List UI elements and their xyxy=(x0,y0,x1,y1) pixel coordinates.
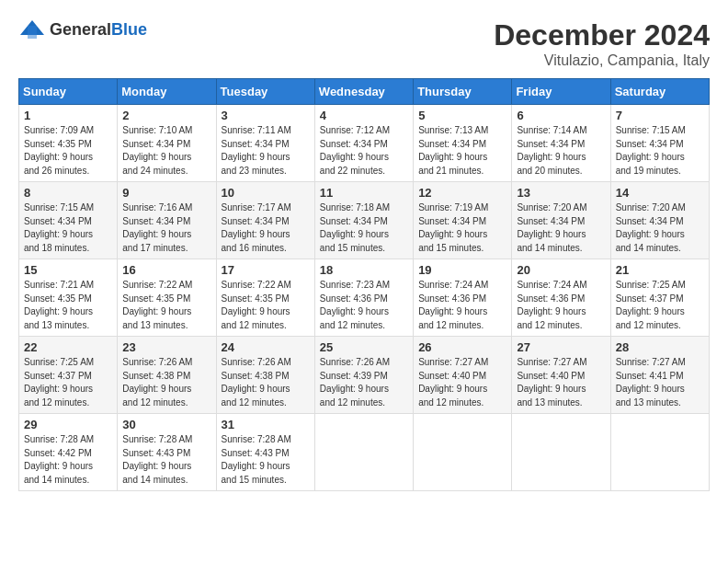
table-row: 15Sunrise: 7:21 AMSunset: 4:35 PMDayligh… xyxy=(19,259,118,337)
day-info: Sunrise: 7:11 AMSunset: 4:34 PMDaylight:… xyxy=(222,124,310,178)
table-row: 25Sunrise: 7:26 AMSunset: 4:39 PMDayligh… xyxy=(314,337,413,414)
month-title: December 2024 xyxy=(494,18,710,52)
day-number: 27 xyxy=(517,340,605,354)
table-row: 16Sunrise: 7:22 AMSunset: 4:35 PMDayligh… xyxy=(118,259,216,337)
day-number: 12 xyxy=(418,186,506,200)
day-number: 18 xyxy=(320,263,408,277)
day-info: Sunrise: 7:18 AMSunset: 4:34 PMDaylight:… xyxy=(320,201,408,255)
day-info: Sunrise: 7:26 AMSunset: 4:38 PMDaylight:… xyxy=(222,356,310,409)
day-number: 29 xyxy=(24,418,112,431)
table-row: 17Sunrise: 7:22 AMSunset: 4:35 PMDayligh… xyxy=(216,259,314,337)
table-row: 9Sunrise: 7:16 AMSunset: 4:34 PMDaylight… xyxy=(118,182,216,259)
day-info: Sunrise: 7:15 AMSunset: 4:34 PMDaylight:… xyxy=(616,124,704,178)
calendar-week-row: 22Sunrise: 7:25 AMSunset: 4:37 PMDayligh… xyxy=(19,337,710,414)
day-info: Sunrise: 7:12 AMSunset: 4:34 PMDaylight:… xyxy=(320,124,408,178)
table-row: 22Sunrise: 7:25 AMSunset: 4:37 PMDayligh… xyxy=(19,337,118,414)
calendar-table: Sunday Monday Tuesday Wednesday Thursday… xyxy=(18,78,710,491)
table-row: 8Sunrise: 7:15 AMSunset: 4:34 PMDaylight… xyxy=(19,182,118,259)
day-number: 8 xyxy=(24,186,112,200)
table-row: 30Sunrise: 7:28 AMSunset: 4:43 PMDayligh… xyxy=(118,414,216,491)
table-row xyxy=(512,414,610,491)
day-info: Sunrise: 7:23 AMSunset: 4:36 PMDaylight:… xyxy=(320,279,408,332)
calendar-header-row: Sunday Monday Tuesday Wednesday Thursday… xyxy=(19,79,710,105)
day-info: Sunrise: 7:13 AMSunset: 4:34 PMDaylight:… xyxy=(418,124,506,178)
logo-icon xyxy=(18,18,46,40)
day-number: 30 xyxy=(122,418,210,431)
day-number: 9 xyxy=(122,186,210,200)
header-monday: Monday xyxy=(118,79,216,105)
day-number: 10 xyxy=(222,186,310,200)
day-info: Sunrise: 7:28 AMSunset: 4:43 PMDaylight:… xyxy=(222,433,310,487)
table-row: 1Sunrise: 7:09 AMSunset: 4:35 PMDaylight… xyxy=(19,105,118,182)
table-row: 6Sunrise: 7:14 AMSunset: 4:34 PMDaylight… xyxy=(512,105,610,182)
day-info: Sunrise: 7:09 AMSunset: 4:35 PMDaylight:… xyxy=(24,124,112,178)
day-info: Sunrise: 7:21 AMSunset: 4:35 PMDaylight:… xyxy=(24,279,112,332)
table-row: 2Sunrise: 7:10 AMSunset: 4:34 PMDaylight… xyxy=(118,105,216,182)
logo-text: GeneralBlue xyxy=(50,20,147,40)
table-row: 29Sunrise: 7:28 AMSunset: 4:42 PMDayligh… xyxy=(19,414,118,491)
day-number: 25 xyxy=(320,340,408,354)
title-block: December 2024 Vitulazio, Campania, Italy xyxy=(494,18,710,69)
day-info: Sunrise: 7:14 AMSunset: 4:34 PMDaylight:… xyxy=(517,124,605,178)
day-number: 23 xyxy=(122,340,210,354)
day-number: 16 xyxy=(122,263,210,277)
table-row: 5Sunrise: 7:13 AMSunset: 4:34 PMDaylight… xyxy=(414,105,512,182)
day-info: Sunrise: 7:27 AMSunset: 4:41 PMDaylight:… xyxy=(616,356,704,409)
day-info: Sunrise: 7:25 AMSunset: 4:37 PMDaylight:… xyxy=(24,356,112,409)
day-info: Sunrise: 7:20 AMSunset: 4:34 PMDaylight:… xyxy=(616,201,704,255)
logo-blue: Blue xyxy=(111,20,147,39)
table-row: 13Sunrise: 7:20 AMSunset: 4:34 PMDayligh… xyxy=(512,182,610,259)
day-info: Sunrise: 7:24 AMSunset: 4:36 PMDaylight:… xyxy=(418,279,506,332)
table-row: 12Sunrise: 7:19 AMSunset: 4:34 PMDayligh… xyxy=(414,182,512,259)
table-row xyxy=(610,414,709,491)
day-number: 31 xyxy=(222,418,310,431)
header-saturday: Saturday xyxy=(610,79,709,105)
table-row: 31Sunrise: 7:28 AMSunset: 4:43 PMDayligh… xyxy=(216,414,314,491)
table-row: 20Sunrise: 7:24 AMSunset: 4:36 PMDayligh… xyxy=(512,259,610,337)
table-row: 23Sunrise: 7:26 AMSunset: 4:38 PMDayligh… xyxy=(118,337,216,414)
header-tuesday: Tuesday xyxy=(216,79,314,105)
day-number: 28 xyxy=(616,340,704,354)
day-info: Sunrise: 7:10 AMSunset: 4:34 PMDaylight:… xyxy=(122,124,210,178)
day-info: Sunrise: 7:15 AMSunset: 4:34 PMDaylight:… xyxy=(24,201,112,255)
day-number: 14 xyxy=(616,186,704,200)
day-info: Sunrise: 7:26 AMSunset: 4:39 PMDaylight:… xyxy=(320,356,408,409)
day-info: Sunrise: 7:25 AMSunset: 4:37 PMDaylight:… xyxy=(616,279,704,332)
table-row: 19Sunrise: 7:24 AMSunset: 4:36 PMDayligh… xyxy=(414,259,512,337)
table-row: 11Sunrise: 7:18 AMSunset: 4:34 PMDayligh… xyxy=(314,182,413,259)
day-info: Sunrise: 7:16 AMSunset: 4:34 PMDaylight:… xyxy=(122,201,210,255)
calendar-week-row: 15Sunrise: 7:21 AMSunset: 4:35 PMDayligh… xyxy=(19,259,710,337)
table-row: 27Sunrise: 7:27 AMSunset: 4:40 PMDayligh… xyxy=(512,337,610,414)
table-row xyxy=(414,414,512,491)
day-info: Sunrise: 7:22 AMSunset: 4:35 PMDaylight:… xyxy=(122,279,210,332)
location-title: Vitulazio, Campania, Italy xyxy=(494,52,710,69)
table-row xyxy=(314,414,413,491)
day-info: Sunrise: 7:24 AMSunset: 4:36 PMDaylight:… xyxy=(517,279,605,332)
day-number: 20 xyxy=(517,263,605,277)
day-number: 13 xyxy=(517,186,605,200)
table-row: 24Sunrise: 7:26 AMSunset: 4:38 PMDayligh… xyxy=(216,337,314,414)
day-number: 15 xyxy=(24,263,112,277)
day-number: 17 xyxy=(222,263,310,277)
table-row: 18Sunrise: 7:23 AMSunset: 4:36 PMDayligh… xyxy=(314,259,413,337)
page-header: GeneralBlue December 2024 Vitulazio, Cam… xyxy=(18,18,710,69)
header-sunday: Sunday xyxy=(19,79,118,105)
day-info: Sunrise: 7:26 AMSunset: 4:38 PMDaylight:… xyxy=(122,356,210,409)
table-row: 7Sunrise: 7:15 AMSunset: 4:34 PMDaylight… xyxy=(610,105,709,182)
day-number: 2 xyxy=(122,109,210,122)
day-number: 6 xyxy=(517,109,605,122)
day-info: Sunrise: 7:27 AMSunset: 4:40 PMDaylight:… xyxy=(517,356,605,409)
calendar-week-row: 1Sunrise: 7:09 AMSunset: 4:35 PMDaylight… xyxy=(19,105,710,182)
logo: GeneralBlue xyxy=(18,18,147,40)
day-info: Sunrise: 7:17 AMSunset: 4:34 PMDaylight:… xyxy=(222,201,310,255)
header-thursday: Thursday xyxy=(414,79,512,105)
day-number: 19 xyxy=(418,263,506,277)
table-row: 3Sunrise: 7:11 AMSunset: 4:34 PMDaylight… xyxy=(216,105,314,182)
day-number: 22 xyxy=(24,340,112,354)
day-info: Sunrise: 7:28 AMSunset: 4:42 PMDaylight:… xyxy=(24,433,112,487)
table-row: 21Sunrise: 7:25 AMSunset: 4:37 PMDayligh… xyxy=(610,259,709,337)
day-number: 5 xyxy=(418,109,506,122)
day-info: Sunrise: 7:19 AMSunset: 4:34 PMDaylight:… xyxy=(418,201,506,255)
day-number: 26 xyxy=(418,340,506,354)
header-wednesday: Wednesday xyxy=(314,79,413,105)
